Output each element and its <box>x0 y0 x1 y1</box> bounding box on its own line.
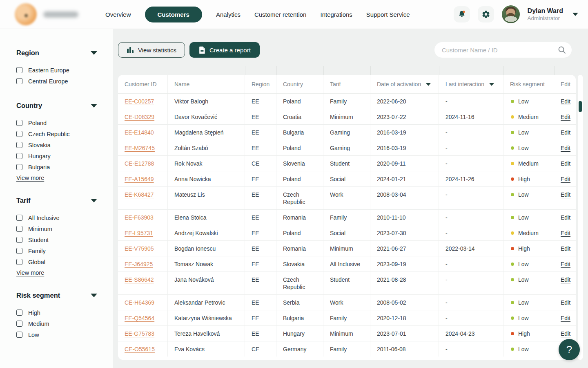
checkbox[interactable] <box>16 321 22 327</box>
filter-option-hungary[interactable]: Hungary <box>16 150 113 162</box>
checkbox[interactable] <box>16 153 22 159</box>
nav-item-overview[interactable]: Overview <box>105 11 131 18</box>
filter-option-all-inclusive[interactable]: All Inclusive <box>16 212 113 223</box>
filter-option-czech-republic[interactable]: Czech Republic <box>16 128 113 139</box>
edit-link[interactable]: Edit <box>561 245 570 252</box>
filter-option-high[interactable]: High <box>16 307 113 318</box>
checkbox[interactable] <box>16 226 22 232</box>
avatar[interactable] <box>502 5 520 23</box>
brand-logo-icon <box>15 3 37 25</box>
edit-link[interactable]: Edit <box>561 229 570 237</box>
filter-option-student[interactable]: Student <box>16 234 113 245</box>
nav-item-analytics[interactable]: Analytics <box>216 11 241 18</box>
customer-id-link[interactable]: EE-S86642 <box>125 276 154 283</box>
customer-id-link[interactable]: EE-E14840 <box>125 129 154 136</box>
filter-option-bulgaria[interactable]: Bulgaria <box>16 162 113 173</box>
sort-chevron-icon[interactable] <box>426 83 431 86</box>
checkbox[interactable] <box>16 120 22 126</box>
edit-link[interactable]: Edit <box>561 144 570 152</box>
table-scrollbar-thumb[interactable] <box>579 101 582 112</box>
table-scrollbar[interactable] <box>578 75 583 360</box>
nav-item-integrations[interactable]: Integrations <box>320 11 352 18</box>
edit-link[interactable]: Edit <box>561 98 570 105</box>
view-more-link[interactable]: View more <box>16 175 44 181</box>
filter-option-medium[interactable]: Medium <box>16 318 113 329</box>
checkbox[interactable] <box>16 78 22 84</box>
customer-id-link[interactable]: CE-O55615 <box>125 346 155 353</box>
edit-link[interactable]: Edit <box>561 330 570 337</box>
customer-id-link[interactable]: EE-G75783 <box>125 330 154 337</box>
customer-id-link[interactable]: EE-Q54564 <box>125 314 154 322</box>
search-input[interactable] <box>442 47 558 54</box>
filter-section-header[interactable]: Risk segment <box>16 292 97 299</box>
view-statistics-button[interactable]: View statistics <box>118 42 185 58</box>
view-more-link[interactable]: View more <box>16 269 44 276</box>
last-interaction-cell: 2024-04-23 <box>439 326 503 341</box>
filter-option-poland[interactable]: Poland <box>16 117 113 128</box>
edit-link[interactable]: Edit <box>561 314 570 322</box>
collapse-chevron-icon[interactable] <box>91 104 97 108</box>
edit-link[interactable]: Edit <box>561 299 570 306</box>
help-button[interactable]: ? <box>559 339 580 360</box>
edit-link[interactable]: Edit <box>561 160 570 167</box>
risk-dot <box>511 316 514 320</box>
checkbox[interactable] <box>16 67 22 73</box>
nav-item-customer-retention[interactable]: Customer retention <box>254 11 307 18</box>
notifications-button[interactable] <box>454 6 470 22</box>
create-report-button[interactable]: Create a report <box>189 42 260 58</box>
filter-section-header[interactable]: Region <box>16 49 97 57</box>
filter-option-family[interactable]: Family <box>16 245 113 256</box>
name-cell: Mateusz Lis <box>168 187 245 209</box>
filter-option-global[interactable]: Global <box>16 256 113 267</box>
checkbox[interactable] <box>16 131 22 137</box>
edit-link[interactable]: Edit <box>561 113 570 121</box>
customer-id-link[interactable]: CE-D08329 <box>125 113 154 121</box>
checkbox[interactable] <box>16 248 22 254</box>
edit-link[interactable]: Edit <box>561 175 570 183</box>
customer-id-link[interactable]: EE-M26745 <box>125 144 155 152</box>
checkbox[interactable] <box>16 310 22 316</box>
checkbox[interactable] <box>16 215 22 221</box>
tarif-cell: Student <box>323 156 370 171</box>
customer-id-link[interactable]: EE-V75905 <box>125 245 154 252</box>
collapse-chevron-icon[interactable] <box>91 294 97 297</box>
filter-section-header[interactable]: Tarif <box>16 197 97 204</box>
customer-id-link[interactable]: CE-H64369 <box>125 299 154 306</box>
checkbox[interactable] <box>16 259 22 265</box>
edit-link[interactable]: Edit <box>561 214 570 221</box>
table-row: EE-E14840 Magdalena Stępień EE Bulgaria … <box>118 125 576 140</box>
customer-id-link[interactable]: EE-A15649 <box>125 175 154 183</box>
checkbox[interactable] <box>16 332 22 338</box>
customer-id-link[interactable]: EE-J64925 <box>125 260 153 268</box>
filter-option-eastern-europe[interactable]: Eastern Europe <box>16 65 113 76</box>
column-header-date-of-activation[interactable]: Date of activation <box>370 75 439 93</box>
name-cell: Rok Novak <box>168 156 245 171</box>
customer-id-link[interactable]: EE-F63903 <box>125 214 154 221</box>
checkbox[interactable] <box>16 237 22 243</box>
edit-link[interactable]: Edit <box>561 129 570 136</box>
customer-id-link[interactable]: EE-K68427 <box>125 191 154 198</box>
customer-id-link[interactable]: EE-L95731 <box>125 229 153 237</box>
filter-option-slovakia[interactable]: Slovakia <box>16 139 113 150</box>
checkbox[interactable] <box>16 142 22 148</box>
collapse-chevron-icon[interactable] <box>91 51 97 55</box>
filter-options: High Medium Low <box>16 307 113 340</box>
nav-item-support-service[interactable]: Support Service <box>366 11 410 18</box>
customer-id-link[interactable]: CE-E12788 <box>125 160 154 167</box>
collapse-chevron-icon[interactable] <box>91 199 97 202</box>
filter-option-minimum[interactable]: Minimum <box>16 223 113 234</box>
edit-link[interactable]: Edit <box>561 276 570 283</box>
nav-item-customers[interactable]: Customers <box>145 7 202 22</box>
sort-chevron-icon[interactable] <box>489 83 494 86</box>
checkbox[interactable] <box>16 164 22 170</box>
edit-link[interactable]: Edit <box>561 191 570 198</box>
edit-link[interactable]: Edit <box>561 260 570 268</box>
filter-option-central-europe[interactable]: Central Europe <box>16 76 113 87</box>
filter-section-header[interactable]: Country <box>16 102 97 110</box>
settings-button[interactable] <box>478 6 494 22</box>
search-icon[interactable] <box>558 46 566 54</box>
filter-option-low[interactable]: Low <box>16 329 113 340</box>
user-menu-chevron-icon[interactable] <box>572 13 578 16</box>
customer-id-link[interactable]: EE-C00257 <box>125 98 154 105</box>
column-header-last-interaction[interactable]: Last interaction <box>439 75 503 93</box>
